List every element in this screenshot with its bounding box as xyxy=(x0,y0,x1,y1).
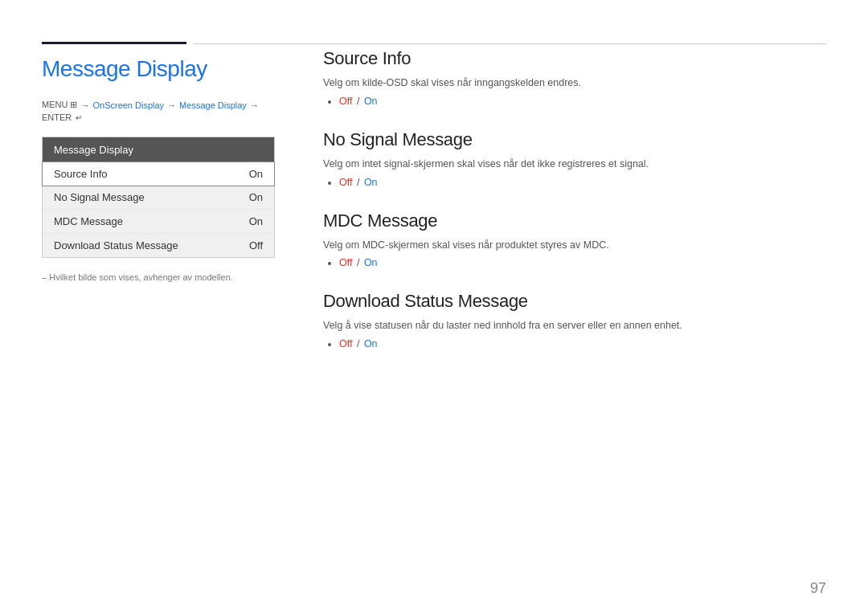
menu-box-title: Message Display xyxy=(43,137,274,162)
mdc-options: Off / On xyxy=(323,257,826,268)
mdc-on: On xyxy=(364,257,378,268)
download-off: Off xyxy=(339,338,352,349)
breadcrumb-arrow-3: → xyxy=(250,100,259,110)
section-download: Download Status Message Velg å vise stat… xyxy=(323,291,826,349)
menu-item-source-info[interactable]: Source Info On xyxy=(42,161,275,186)
menu-item-mdc-label: MDC Message xyxy=(54,215,123,227)
download-options: Off / On xyxy=(323,338,826,349)
right-column: Source Info Velg om kilde-OSD skal vises… xyxy=(323,48,826,581)
download-on: On xyxy=(364,338,378,349)
section-no-signal: No Signal Message Velg om intet signal-s… xyxy=(323,129,826,188)
breadcrumb-menu: MENU ⊞ xyxy=(42,100,77,110)
mdc-desc: Velg om MDC-skjermen skal vises når prod… xyxy=(323,238,826,253)
menu-item-no-signal[interactable]: No Signal Message On xyxy=(43,186,274,210)
breadcrumb-arrow-1: → xyxy=(80,100,89,110)
source-info-options: Off / On xyxy=(323,96,826,107)
no-signal-on: On xyxy=(364,177,378,188)
mdc-title: MDC Message xyxy=(323,210,826,231)
menu-item-source-info-value: On xyxy=(249,168,263,180)
top-divider xyxy=(193,43,826,44)
breadcrumb-arrow-2: → xyxy=(167,100,176,110)
menu-item-download-value: Off xyxy=(249,239,263,251)
left-column: Message Display MENU ⊞ → OnScreen Displa… xyxy=(42,48,275,581)
source-info-off: Off xyxy=(339,96,352,107)
footnote: Hvilket bilde som vises, avhenger av mod… xyxy=(42,272,275,282)
menu-item-mdc[interactable]: MDC Message On xyxy=(43,210,274,234)
mdc-off: Off xyxy=(339,257,352,268)
menu-item-no-signal-label: No Signal Message xyxy=(54,191,145,203)
download-title: Download Status Message xyxy=(323,291,826,312)
menu-box: Message Display Source Info On No Signal… xyxy=(42,137,275,258)
accent-bar xyxy=(42,42,186,44)
source-info-title: Source Info xyxy=(323,48,826,69)
section-source-info: Source Info Velg om kilde-OSD skal vises… xyxy=(323,48,826,107)
no-signal-desc: Velg om intet signal-skjermen skal vises… xyxy=(323,157,826,172)
page-container: Message Display MENU ⊞ → OnScreen Displa… xyxy=(42,48,826,581)
download-desc: Velg å vise statusen når du laster ned i… xyxy=(323,318,826,333)
menu-item-download[interactable]: Download Status Message Off xyxy=(43,234,274,257)
no-signal-title: No Signal Message xyxy=(323,129,826,150)
page-title: Message Display xyxy=(42,56,275,82)
breadcrumb-link-message[interactable]: Message Display xyxy=(179,100,247,110)
page-number: 97 xyxy=(810,580,826,597)
menu-item-mdc-value: On xyxy=(249,215,263,227)
breadcrumb-link-onscreen[interactable]: OnScreen Display xyxy=(92,100,164,110)
menu-item-no-signal-value: On xyxy=(249,191,263,203)
section-mdc: MDC Message Velg om MDC-skjermen skal vi… xyxy=(323,210,826,269)
breadcrumb-enter: ENTER ↵ xyxy=(42,112,82,122)
menu-item-source-info-label: Source Info xyxy=(54,168,108,180)
breadcrumb: MENU ⊞ → OnScreen Display → Message Disp… xyxy=(42,100,275,122)
source-info-on: On xyxy=(364,96,378,107)
no-signal-options: Off / On xyxy=(323,177,826,188)
source-info-desc: Velg om kilde-OSD skal vises når inngang… xyxy=(323,76,826,91)
no-signal-off: Off xyxy=(339,177,352,188)
menu-item-download-label: Download Status Message xyxy=(54,239,178,251)
